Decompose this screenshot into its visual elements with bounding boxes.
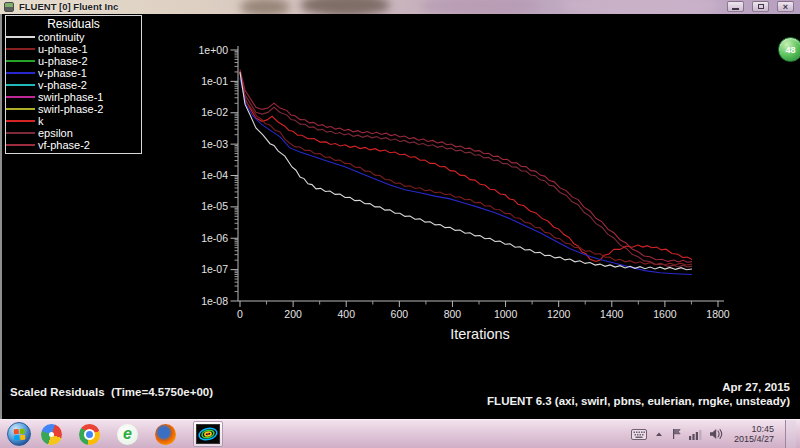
legend-label: u-phase-1 [35, 43, 88, 55]
legend-swatch [6, 120, 35, 122]
y-tick-label: 1e-07 [201, 263, 228, 275]
legend-label: swirl-phase-2 [35, 103, 103, 115]
network-signal-icon[interactable] [689, 429, 702, 440]
legend-label: k [35, 115, 44, 127]
fluent-contour-icon [196, 424, 220, 444]
legend-swatch [6, 132, 35, 134]
legend-label: continuity [35, 31, 84, 43]
speedup-ball-badge[interactable]: 48 [778, 37, 800, 62]
taskbar-fluent-button[interactable] [193, 421, 223, 447]
legend-label: epsilon [35, 127, 73, 139]
legend-label: swirl-phase-1 [35, 91, 103, 103]
legend-item-k: k [6, 115, 141, 127]
graphics-window: 1e+001e-011e-021e-031e-041e-051e-061e-07… [0, 14, 800, 420]
caption-solver: FLUENT 6.3 (axi, swirl, pbns, eulerian, … [487, 394, 790, 408]
badge-value: 48 [785, 45, 795, 55]
show-desktop-button[interactable] [785, 420, 796, 448]
legend-item-swirl-phase-1: swirl-phase-1 [6, 91, 141, 103]
x-tick-label: 800 [444, 308, 462, 320]
legend-rows: continuityu-phase-1u-phase-2v-phase-1v-p… [6, 31, 141, 151]
firefox-icon[interactable] [155, 424, 176, 445]
wallpaper-blob [420, 0, 540, 14]
window-title: FLUENT [0] Fluent Inc [19, 1, 118, 12]
taskbar-clock[interactable]: 10:45 2015/4/27 [734, 424, 774, 444]
legend-swatch [6, 36, 35, 38]
system-tray: 10:45 2015/4/27 [631, 420, 800, 448]
legend-item-vf-phase-2: vf-phase-2 [6, 139, 141, 151]
input-method-icon[interactable] [631, 429, 647, 440]
legend-item-u-phase-2: u-phase-2 [6, 55, 141, 67]
show-hidden-icons-chevron[interactable] [654, 429, 664, 439]
clock-time: 10:45 [734, 424, 774, 434]
close-icon: × [783, 3, 788, 11]
series-continuity [240, 72, 692, 270]
plot-caption: Scaled Residuals (Time=4.5750e+00) [10, 386, 213, 398]
legend-item-continuity: continuity [6, 31, 141, 43]
legend-swatch [6, 96, 35, 98]
y-tick-label: 1e-02 [201, 106, 228, 118]
start-button[interactable] [7, 422, 31, 446]
window-titlebar[interactable]: FLUENT [0] Fluent Inc × [0, 0, 800, 14]
chrome-icon[interactable] [79, 424, 100, 445]
windows-logo-icon [14, 429, 26, 441]
wallpaper-blob [300, 0, 390, 14]
minimize-icon [732, 8, 739, 10]
y-tick-label: 1e-03 [201, 138, 228, 150]
solver-caption: Apr 27, 2015 FLUENT 6.3 (axi, swirl, pbn… [487, 380, 790, 408]
legend-label: v-phase-2 [35, 79, 87, 91]
legend-swatch [6, 144, 35, 146]
browser-e-icon[interactable]: e [117, 424, 138, 445]
y-tick-label: 1e-04 [201, 169, 228, 181]
x-tick-label: 1000 [494, 308, 518, 320]
legend-title: Residuals [6, 16, 141, 31]
x-tick-label: 1600 [653, 308, 677, 320]
y-tick-label: 1e-05 [201, 200, 228, 212]
security-suite-icon[interactable] [41, 424, 62, 445]
y-tick-label: 1e-06 [201, 232, 228, 244]
restore-icon [758, 4, 764, 9]
legend-swatch [6, 48, 35, 50]
caption-date: Apr 27, 2015 [487, 380, 790, 394]
wallpaper-blob [560, 0, 720, 14]
x-axis-title: Iterations [450, 326, 510, 342]
taskbar: e [0, 419, 800, 448]
close-button[interactable]: × [777, 1, 794, 12]
screen: { "window": { "title": "FLUENT [0] Fluen… [0, 0, 800, 448]
x-tick-label: 400 [337, 308, 355, 320]
x-tick-label: 1800 [706, 308, 730, 320]
x-tick-label: 0 [237, 308, 243, 320]
legend-item-epsilon: epsilon [6, 127, 141, 139]
y-tick-label: 1e-08 [201, 295, 228, 307]
x-tick-label: 200 [284, 308, 302, 320]
legend-item-swirl-phase-2: swirl-phase-2 [6, 103, 141, 115]
fluent-app-icon [4, 2, 14, 12]
legend-item-u-phase-1: u-phase-1 [6, 43, 141, 55]
y-tick-label: 1e-01 [201, 75, 228, 87]
x-tick-label: 1400 [600, 308, 624, 320]
wallpaper-blob [240, 0, 290, 14]
action-center-flag-icon[interactable] [671, 428, 682, 440]
window-controls: × [727, 1, 794, 12]
legend-item-v-phase-2: v-phase-2 [6, 79, 141, 91]
legend-item-v-phase-1: v-phase-1 [6, 67, 141, 79]
legend-swatch [6, 60, 35, 62]
legend-label: u-phase-2 [35, 55, 88, 67]
legend-box: Residuals continuityu-phase-1u-phase-2v-… [5, 15, 142, 154]
x-tick-label: 1200 [547, 308, 571, 320]
legend-swatch [6, 108, 35, 110]
restore-button[interactable] [752, 1, 769, 12]
legend-label: vf-phase-2 [35, 139, 90, 151]
legend-swatch [6, 72, 35, 74]
minimize-button[interactable] [727, 1, 744, 12]
legend-swatch [6, 84, 35, 86]
clock-date: 2015/4/27 [734, 434, 774, 444]
legend-label: v-phase-1 [35, 67, 87, 79]
x-tick-label: 600 [391, 308, 409, 320]
series-u-phase-1 [240, 73, 692, 265]
y-tick-label: 1e+00 [199, 44, 229, 56]
volume-icon[interactable] [709, 428, 723, 440]
series-epsilon [240, 71, 692, 267]
